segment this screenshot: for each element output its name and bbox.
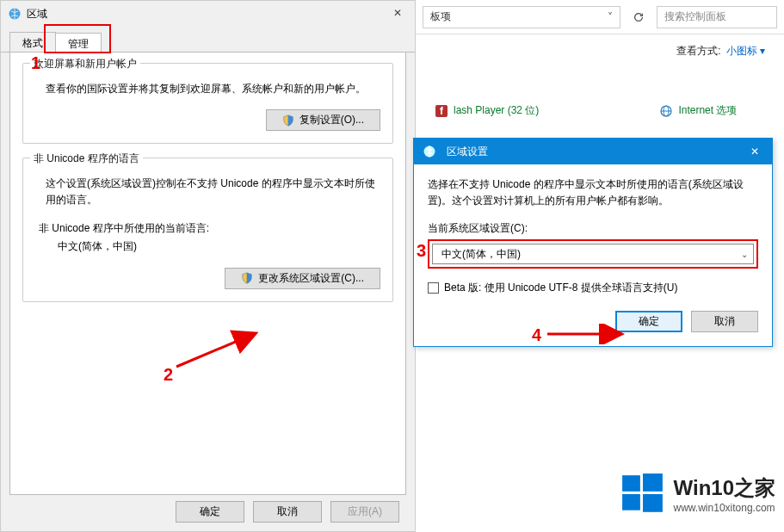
close-icon: ✕: [393, 7, 402, 19]
locale-modal: 区域设置 ✕ 选择在不支持 Unicode 的程序中显示文本时所使用的语言(系统…: [413, 138, 773, 347]
view-mode-value[interactable]: 小图标 ▾: [726, 44, 765, 59]
svg-rect-12: [643, 494, 663, 512]
modal-desc: 选择在不支持 Unicode 的程序中显示文本时所使用的语言(系统区域设置)。这…: [428, 176, 758, 209]
copy-settings-label: 复制设置(O)...: [299, 113, 364, 127]
modal-close-button[interactable]: ✕: [738, 139, 772, 164]
globe-icon: [423, 145, 436, 158]
current-lang-value: 中文(简体，中国): [58, 239, 380, 254]
shield-icon: [241, 272, 253, 284]
internet-icon: [659, 104, 673, 118]
copy-settings-button[interactable]: 复制设置(O)...: [266, 109, 380, 131]
annotation-box-3: 中文(简体，中国) ⌄: [428, 239, 758, 269]
unicode-group: 非 Unicode 程序的语言 这个设置(系统区域设置)控制在不支持 Unico…: [22, 158, 393, 301]
modal-body: 选择在不支持 Unicode 的程序中显示文本时所使用的语言(系统区域设置)。这…: [414, 164, 772, 346]
windows-icon: [620, 472, 665, 517]
search-placeholder: 搜索控制面板: [664, 9, 726, 24]
cp-item-label: Internet 选项: [678, 103, 737, 118]
tab-format[interactable]: 格式: [9, 32, 56, 52]
chevron-down-icon: ˅: [608, 11, 613, 23]
modal-title: 区域设置: [447, 145, 488, 159]
cp-item-label: lash Player (32 位): [454, 103, 539, 118]
welcome-group: 欢迎屏幕和新用户帐户 查看你的国际设置并将其复制到欢迎屏幕、系统帐户和新的用户帐…: [22, 63, 393, 144]
svg-rect-10: [643, 473, 663, 492]
globe-icon: [8, 7, 22, 21]
unicode-group-title: 非 Unicode 程序的语言: [30, 152, 143, 166]
view-mode-row: 查看方式: 小图标 ▾: [416, 34, 784, 67]
close-button[interactable]: ✕: [384, 4, 411, 22]
region-body: 欢迎屏幕和新用户帐户 查看你的国际设置并将其复制到欢迎屏幕、系统帐户和新的用户帐…: [9, 52, 406, 495]
search-input[interactable]: 搜索控制面板: [657, 6, 777, 28]
cp-items: f lash Player (32 位) Internet 选项: [416, 103, 784, 118]
change-locale-label: 更改系统区域设置(C)...: [258, 271, 364, 286]
welcome-group-desc: 查看你的国际设置并将其复制到欢迎屏幕、系统帐户和新的用户帐户。: [46, 81, 377, 97]
modal-cancel-button[interactable]: 取消: [691, 311, 758, 332]
refresh-icon: [633, 11, 645, 23]
region-title: 区域: [27, 7, 47, 22]
modal-ok-button[interactable]: 确定: [615, 311, 682, 332]
modal-titlebar: 区域设置 ✕: [414, 139, 772, 164]
chevron-down-icon: ⌄: [741, 250, 748, 259]
refresh-button[interactable]: [626, 6, 651, 28]
region-footer: 确定 取消 应用(A): [176, 501, 399, 523]
flash-icon: f: [435, 104, 448, 118]
cp-item-internet[interactable]: Internet 选项: [659, 103, 737, 118]
watermark-url: www.win10xitong.com: [674, 502, 775, 514]
tab-admin[interactable]: 管理: [55, 33, 102, 53]
breadcrumb-field[interactable]: 板项˅: [423, 6, 620, 28]
unicode-group-desc: 这个设置(系统区域设置)控制在不支持 Unicode 的程序中显示文本时所使用的…: [46, 176, 377, 208]
svg-rect-9: [622, 475, 640, 492]
svg-rect-11: [622, 494, 640, 510]
apply-button[interactable]: 应用(A): [330, 501, 399, 523]
watermark: Win10之家 www.win10xitong.com: [620, 472, 775, 517]
locale-combo-value: 中文(简体，中国): [441, 247, 521, 262]
cancel-button[interactable]: 取消: [253, 501, 322, 523]
close-icon: ✕: [750, 145, 759, 158]
shield-icon: [282, 114, 294, 127]
region-dialog: 区域 ✕ 格式 管理 欢迎屏幕和新用户帐户 查看你的国际设置并将其复制到欢迎屏幕…: [0, 0, 416, 532]
beta-checkbox-label: Beta 版: 使用 Unicode UTF-8 提供全球语言支持(U): [444, 281, 677, 295]
ok-button[interactable]: 确定: [176, 501, 244, 523]
watermark-title: Win10之家: [674, 474, 775, 502]
modal-footer: 确定 取消: [428, 311, 758, 332]
beta-checkbox-row[interactable]: Beta 版: 使用 Unicode UTF-8 提供全球语言支持(U): [428, 281, 758, 295]
breadcrumb-text: 板项: [430, 9, 451, 24]
region-titlebar: 区域 ✕: [1, 1, 415, 27]
current-lang-label: 非 Unicode 程序中所使用的当前语言:: [39, 221, 380, 236]
combo-label: 当前系统区域设置(C):: [428, 221, 758, 236]
control-panel-toolbar: 板项˅ 搜索控制面板: [416, 0, 784, 34]
locale-combobox[interactable]: 中文(简体，中国) ⌄: [432, 244, 754, 264]
tabs: 格式 管理: [1, 27, 415, 53]
beta-checkbox[interactable]: [428, 282, 439, 294]
welcome-group-title: 欢迎屏幕和新用户帐户: [30, 57, 140, 71]
view-mode-label: 查看方式:: [676, 44, 720, 59]
change-locale-button[interactable]: 更改系统区域设置(C)...: [225, 268, 380, 289]
cp-item-flash[interactable]: f lash Player (32 位): [435, 103, 539, 118]
